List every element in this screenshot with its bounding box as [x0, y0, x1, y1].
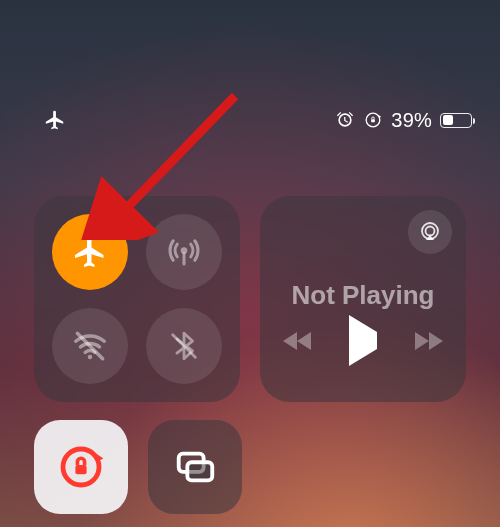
screen-mirroring-button[interactable]: [148, 420, 242, 514]
bluetooth-off-icon: [167, 329, 201, 363]
svg-point-9: [426, 227, 435, 236]
airplay-button[interactable]: [408, 210, 452, 254]
media-title: Not Playing: [278, 280, 448, 311]
media-tile[interactable]: Not Playing: [260, 196, 466, 402]
rotation-lock-icon: [57, 443, 105, 491]
wifi-button[interactable]: [52, 308, 128, 384]
airplane-icon: [72, 234, 108, 270]
battery-icon: [440, 113, 472, 128]
rotation-lock-status-icon: [363, 110, 383, 130]
media-controls: [278, 329, 448, 353]
orientation-lock-button[interactable]: [34, 420, 128, 514]
battery-percent-text: 39%: [391, 109, 432, 132]
alarm-icon: [335, 110, 355, 130]
forward-button[interactable]: [411, 329, 445, 353]
svg-rect-1: [372, 119, 376, 122]
svg-rect-11: [75, 465, 86, 474]
cellular-icon: [166, 234, 202, 270]
connectivity-tile[interactable]: [34, 196, 240, 402]
svg-rect-13: [187, 462, 212, 480]
bottom-row: [34, 420, 242, 514]
cellular-data-button[interactable]: [146, 214, 222, 290]
rewind-button[interactable]: [281, 329, 315, 353]
airplay-icon: [418, 220, 442, 244]
play-button[interactable]: [349, 332, 377, 350]
control-center-panels: Not Playing: [34, 196, 466, 402]
status-bar: 39%: [0, 105, 500, 135]
status-right: 39%: [335, 109, 472, 132]
status-left: [44, 109, 66, 131]
battery-fill: [443, 115, 453, 125]
bluetooth-button[interactable]: [146, 308, 222, 384]
play-icon: [349, 315, 377, 366]
airplane-icon: [44, 109, 66, 131]
svg-point-5: [88, 355, 92, 359]
airplane-mode-button[interactable]: [52, 214, 128, 290]
wifi-off-icon: [71, 327, 109, 365]
screen-mirroring-icon: [172, 444, 218, 490]
